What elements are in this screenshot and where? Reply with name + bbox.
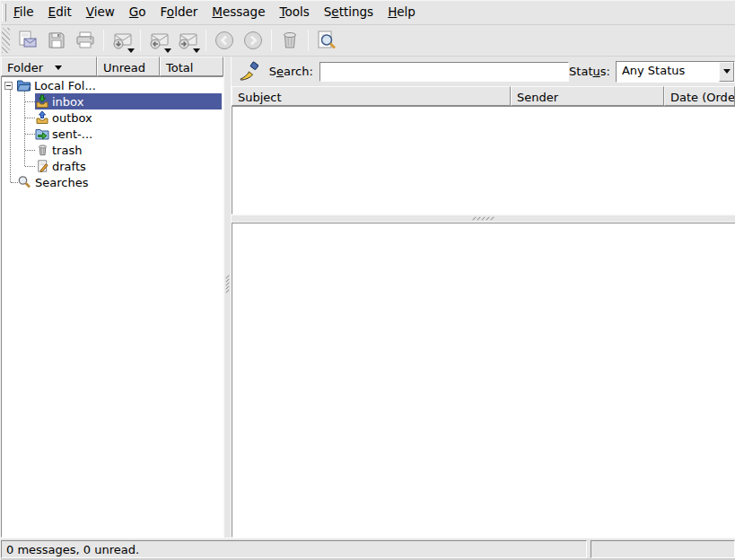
- quick-search-bar: Search: Status: Any Status: [232, 57, 735, 86]
- trash-icon: [279, 30, 301, 51]
- status-section-right: [591, 540, 735, 558]
- menu-go[interactable]: Go: [122, 0, 153, 25]
- column-header-date[interactable]: Date (Order of Arrival): [664, 86, 735, 106]
- menu-message[interactable]: Message: [205, 0, 272, 25]
- trash-button[interactable]: [276, 27, 304, 54]
- folder-item-drafts[interactable]: drafts: [36, 158, 86, 174]
- message-area: Search: Status: Any Status Subject Sende…: [232, 57, 735, 538]
- vertical-splitter[interactable]: [223, 57, 232, 538]
- status-message: 0 messages, 0 unread.: [1, 540, 587, 558]
- splitter-grip: [472, 216, 476, 220]
- folder-item-sent-mail[interactable]: sent-...: [35, 126, 92, 142]
- toolbar: [1, 25, 735, 57]
- forward-nav-icon: [242, 30, 264, 51]
- menu-file[interactable]: File: [6, 0, 41, 25]
- collapse-expander-icon[interactable]: [4, 82, 13, 90]
- toolbar-separator: [206, 30, 206, 51]
- column-header-subject[interactable]: Subject: [232, 86, 511, 106]
- message-preview-pane[interactable]: [232, 223, 735, 538]
- dropdown-arrow-icon[interactable]: [193, 48, 200, 53]
- folder-pane: Folder Unread Total: [1, 57, 223, 538]
- main-area: Folder Unread Total: [1, 57, 735, 538]
- folder-tree: Local Fol... inbox outbox: [1, 76, 223, 538]
- tree-line: [25, 118, 35, 118]
- tree-line: [10, 89, 11, 182]
- forward-nav-button[interactable]: [239, 27, 267, 54]
- column-header-sender[interactable]: Sender: [511, 86, 664, 106]
- search-folder-icon: [16, 175, 32, 189]
- outbox-icon: [35, 110, 49, 125]
- tree-line: [25, 101, 35, 102]
- folder-item-local-folders[interactable]: Local Fol...: [4, 77, 96, 93]
- message-list-header: Subject Sender Date (Order of Arrival): [232, 86, 735, 106]
- folder-item-outbox[interactable]: outbox: [35, 109, 92, 126]
- open-folder-icon: [16, 78, 31, 92]
- splitter-grip: [225, 276, 230, 292]
- broom-icon: [238, 61, 261, 83]
- find-messages-button[interactable]: [312, 27, 341, 54]
- save-icon: [46, 30, 67, 51]
- save-button[interactable]: [42, 27, 71, 54]
- menu-tools[interactable]: Tools: [273, 0, 317, 25]
- tree-line: [25, 166, 35, 167]
- toolbar-drag-handle[interactable]: [2, 28, 10, 53]
- dropdown-arrow-icon[interactable]: [127, 48, 135, 53]
- menubar: File Edit View Go Folder Message Tools S…: [1, 0, 735, 25]
- clear-search-button[interactable]: [237, 60, 262, 83]
- column-header-folder[interactable]: Folder: [1, 57, 97, 76]
- folder-item-inbox[interactable]: inbox: [35, 93, 222, 109]
- sort-arrow-icon: [55, 66, 62, 70]
- back-icon: [214, 30, 235, 51]
- chevron-down-icon: [723, 69, 731, 74]
- drafts-icon: [36, 159, 49, 173]
- message-list: Subject Sender Date (Order of Arrival): [232, 86, 735, 214]
- toolbar-separator: [308, 30, 309, 51]
- toolbar-separator: [140, 30, 141, 51]
- toolbar-separator: [271, 30, 272, 51]
- kmail-window: File Edit View Go Folder Message Tools S…: [0, 0, 735, 560]
- dropdown-arrow-icon[interactable]: [164, 48, 171, 53]
- tree-line: [24, 85, 25, 166]
- back-button[interactable]: [210, 27, 239, 54]
- new-message-icon: [17, 30, 39, 51]
- tree-line: [25, 134, 35, 135]
- find-messages-icon: [315, 29, 338, 52]
- forward-button[interactable]: [173, 27, 202, 54]
- column-header-unread[interactable]: Unread: [97, 57, 160, 76]
- menu-edit[interactable]: Edit: [41, 0, 79, 25]
- sent-mail-icon: [35, 127, 49, 141]
- status-label: Status:: [569, 65, 610, 78]
- horizontal-splitter[interactable]: [232, 214, 735, 223]
- menu-view[interactable]: View: [79, 0, 122, 25]
- new-message-button[interactable]: [13, 27, 42, 54]
- toolbar-separator: [103, 30, 104, 51]
- tree-line: [25, 150, 35, 151]
- search-input[interactable]: [319, 62, 569, 82]
- print-icon: [74, 30, 96, 51]
- inbox-icon: [35, 94, 49, 109]
- column-header-total[interactable]: Total: [160, 57, 223, 76]
- status-bar: 0 messages, 0 unread.: [1, 538, 735, 560]
- check-mail-button[interactable]: [108, 27, 136, 54]
- folder-item-trash[interactable]: trash: [36, 142, 82, 158]
- print-button[interactable]: [71, 27, 100, 54]
- reply-button[interactable]: [144, 27, 173, 54]
- message-list-body[interactable]: [232, 106, 735, 214]
- trash-folder-icon: [36, 143, 49, 157]
- search-label: Search:: [269, 65, 313, 78]
- folder-list-header: Folder Unread Total: [1, 57, 223, 76]
- status-dropdown[interactable]: Any Status: [616, 61, 735, 83]
- folder-item-searches[interactable]: Searches: [16, 174, 88, 190]
- menu-folder[interactable]: Folder: [153, 0, 206, 25]
- status-dropdown-value: Any Status: [617, 62, 719, 82]
- status-dropdown-button[interactable]: [719, 62, 734, 82]
- menu-help[interactable]: Help: [381, 0, 423, 25]
- menu-settings[interactable]: Settings: [317, 0, 381, 25]
